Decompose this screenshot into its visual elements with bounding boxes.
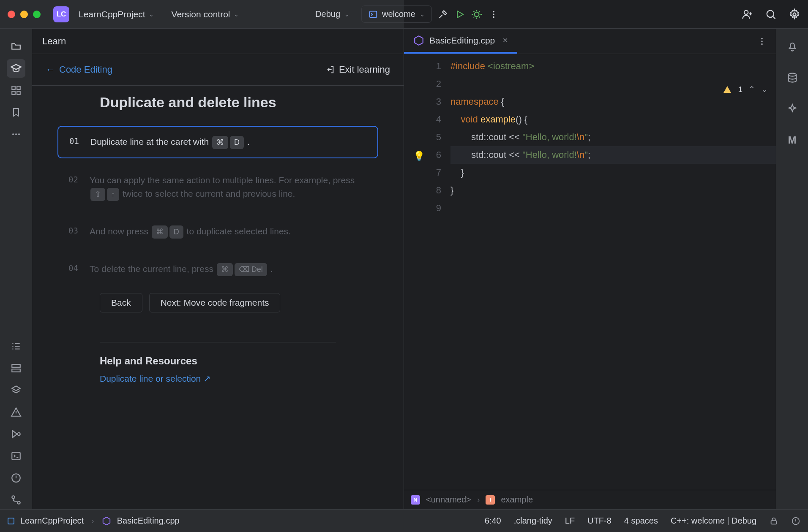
messages-tool-button[interactable] [7,403,25,421]
todo-tool-button[interactable] [7,337,25,356]
svg-marker-29 [103,517,110,524]
code-line[interactable] [450,199,776,217]
project-name-label: LearnCppProject [79,9,145,19]
build-button[interactable] [437,8,449,20]
services-tool-button[interactable] [7,381,25,399]
structure-tool-button[interactable] [7,81,25,100]
bookmarks-tool-button[interactable] [7,103,25,122]
more-tools-button[interactable] [7,125,25,144]
makefile-tool-button[interactable]: M [783,131,802,149]
status-line-separator[interactable]: LF [565,516,575,526]
code-line[interactable]: void example() { [450,111,776,128]
graduation-cap-icon [10,62,22,74]
search-button[interactable] [765,8,777,20]
code-line[interactable]: std::cout << "Hello, world!\n"; [450,128,776,146]
cpp-file-icon [413,35,424,46]
bug-icon [471,9,482,20]
svg-point-6 [744,10,748,14]
step-number: 01 [69,135,82,149]
window-close-button[interactable] [8,11,15,18]
lightbulb-icon[interactable]: 💡 [413,147,425,165]
status-context[interactable]: C++: welcome | Debug [671,516,756,526]
more-run-actions[interactable] [488,8,500,20]
breadcrumb-namespace: <unnamed> [426,495,471,505]
close-tab-button[interactable]: ✕ [502,36,508,44]
status-file[interactable]: BasicEditing.cpp [117,516,180,526]
run-tool-button[interactable] [7,425,25,443]
back-button[interactable]: Back [100,293,142,312]
alert-circle-icon[interactable] [791,516,800,526]
warning-count: 1 [738,85,742,94]
vcs-tool-button[interactable] [7,491,25,509]
status-bar: LearnCppProject › BasicEditing.cpp 6:40 … [0,509,808,532]
exit-icon [325,65,335,74]
target-selector[interactable]: welcome ⌄ [361,5,432,23]
exit-learning-button[interactable]: Exit learning [325,64,390,75]
chevron-right-icon: › [91,516,94,526]
run-config-selector[interactable]: Debug ⌄ [308,6,356,22]
code-line[interactable]: std::cout << "Hello, world!\n"; [450,146,776,164]
project-tool-button[interactable] [7,37,25,56]
code-line[interactable]: } [450,182,776,199]
terminal-icon [369,10,378,19]
chevron-down-icon: ⌄ [234,11,239,18]
folder-icon [11,41,22,52]
panel-icon [11,363,22,374]
help-link-label: Duplicate line or selection [100,374,201,384]
project-badge[interactable]: LC [53,6,69,22]
inspection-widget[interactable]: 1 ⌃ ⌄ [723,84,768,94]
svg-point-25 [761,38,763,39]
chevron-up-icon[interactable]: ⌃ [748,84,755,94]
run-button[interactable] [454,8,466,20]
gear-icon [789,8,800,20]
database-tool-button[interactable] [783,68,802,87]
code-line[interactable]: #include <iostream> [450,57,776,75]
notifications-button[interactable] [783,37,802,56]
back-to-topic-link[interactable]: ← Code Editing [46,64,112,75]
project-indicator-icon[interactable] [8,518,14,524]
chevron-right-icon: › [477,495,480,505]
editor-tab-actions[interactable] [753,29,771,54]
alert-circle-icon [11,472,22,483]
cmake-tool-button[interactable] [7,359,25,377]
lock-icon[interactable] [769,516,778,526]
cpp-file-icon [102,516,111,526]
help-link[interactable]: Duplicate line or selection ↗ [100,374,211,384]
project-selector[interactable]: LearnCppProject ⌄ [74,7,158,22]
step-text: Duplicate line at the caret with ⌘D . [90,135,366,149]
warning-triangle-icon [11,407,22,418]
version-control-selector[interactable]: Version control ⌄ [167,7,243,22]
layers-icon [11,385,22,396]
editor-tab[interactable]: BasicEditing.cpp ✕ [404,29,517,54]
back-link-label: Code Editing [59,64,112,75]
step-number: 02 [68,174,81,201]
collab-button[interactable] [741,8,753,20]
window-maximize-button[interactable] [33,11,41,18]
divider [100,342,336,342]
terminal-tool-button[interactable] [7,447,25,465]
sparkle-icon [786,103,798,115]
keyboard-shortcut: ⌘ [212,136,228,149]
problems-tool-button[interactable] [7,469,25,487]
svg-marker-18 [12,430,17,437]
code-line[interactable]: namespace { [450,93,776,111]
svg-rect-16 [12,364,20,367]
tool-window-bar-right: M [776,29,808,509]
branch-icon [11,494,22,505]
next-button[interactable]: Next: Move code fragments [149,293,281,312]
breadcrumb[interactable]: N <unnamed> › f example [404,490,776,509]
ai-tool-button[interactable] [783,100,802,118]
status-clang[interactable]: .clang-tidy [514,516,552,526]
learn-tool-button[interactable] [7,59,25,78]
code-editor[interactable]: 💡 123456789 #include <iostream>namespace… [404,54,776,490]
status-indent[interactable]: 4 spaces [624,516,658,526]
chevron-down-icon[interactable]: ⌄ [761,84,768,94]
svg-point-23 [17,501,20,504]
status-project[interactable]: LearnCppProject [20,516,84,526]
debug-button[interactable] [471,8,483,20]
code-line[interactable]: } [450,164,776,182]
settings-button[interactable] [789,8,800,20]
window-minimize-button[interactable] [20,11,28,18]
status-encoding[interactable]: UTF-8 [587,516,611,526]
status-caret[interactable]: 6:40 [485,516,501,526]
